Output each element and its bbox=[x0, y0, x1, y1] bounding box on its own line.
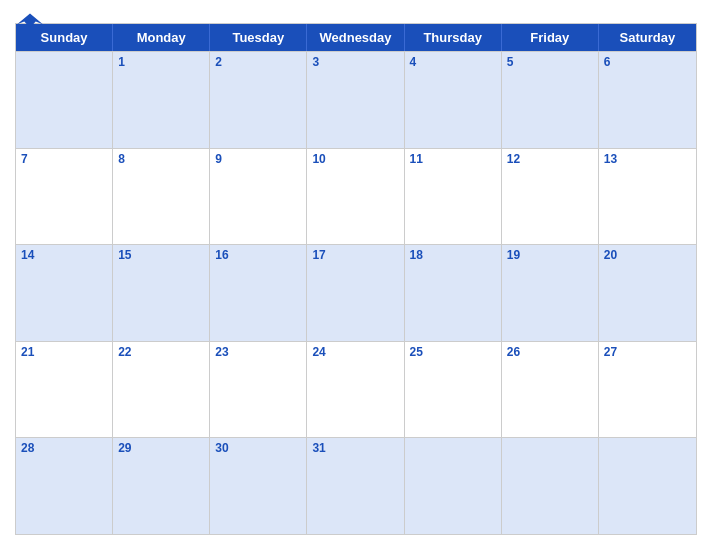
date-number: 10 bbox=[312, 152, 398, 166]
date-number: 24 bbox=[312, 345, 398, 359]
day-cell: 20 bbox=[599, 245, 696, 341]
day-cell bbox=[502, 438, 599, 534]
date-number: 15 bbox=[118, 248, 204, 262]
day-header-monday: Monday bbox=[113, 24, 210, 51]
day-cell: 27 bbox=[599, 342, 696, 438]
date-number: 5 bbox=[507, 55, 593, 69]
svg-marker-0 bbox=[17, 14, 43, 28]
day-cell: 12 bbox=[502, 149, 599, 245]
day-cell: 15 bbox=[113, 245, 210, 341]
calendar: SundayMondayTuesdayWednesdayThursdayFrid… bbox=[15, 23, 697, 535]
date-number: 18 bbox=[410, 248, 496, 262]
date-number: 7 bbox=[21, 152, 107, 166]
date-number: 25 bbox=[410, 345, 496, 359]
week-row: 14151617181920 bbox=[16, 244, 696, 341]
day-header-thursday: Thursday bbox=[405, 24, 502, 51]
page-header bbox=[15, 10, 697, 23]
date-number: 13 bbox=[604, 152, 691, 166]
day-cell: 7 bbox=[16, 149, 113, 245]
day-cell: 5 bbox=[502, 52, 599, 148]
week-row: 28293031 bbox=[16, 437, 696, 534]
day-cell: 24 bbox=[307, 342, 404, 438]
date-number: 19 bbox=[507, 248, 593, 262]
date-number: 8 bbox=[118, 152, 204, 166]
day-cell: 19 bbox=[502, 245, 599, 341]
day-cell: 31 bbox=[307, 438, 404, 534]
date-number: 22 bbox=[118, 345, 204, 359]
date-number: 30 bbox=[215, 441, 301, 455]
day-cell: 17 bbox=[307, 245, 404, 341]
logo-bird-icon bbox=[15, 10, 45, 30]
day-header-wednesday: Wednesday bbox=[307, 24, 404, 51]
day-header-saturday: Saturday bbox=[599, 24, 696, 51]
day-cell: 21 bbox=[16, 342, 113, 438]
day-cell bbox=[599, 438, 696, 534]
date-number: 1 bbox=[118, 55, 204, 69]
day-cell: 1 bbox=[113, 52, 210, 148]
date-number: 2 bbox=[215, 55, 301, 69]
day-cell: 25 bbox=[405, 342, 502, 438]
week-row: 123456 bbox=[16, 51, 696, 148]
day-cell: 8 bbox=[113, 149, 210, 245]
day-cell: 3 bbox=[307, 52, 404, 148]
day-cell: 28 bbox=[16, 438, 113, 534]
week-row: 21222324252627 bbox=[16, 341, 696, 438]
day-cell: 6 bbox=[599, 52, 696, 148]
date-number: 26 bbox=[507, 345, 593, 359]
day-cell: 2 bbox=[210, 52, 307, 148]
week-row: 78910111213 bbox=[16, 148, 696, 245]
weeks-container: 1234567891011121314151617181920212223242… bbox=[16, 51, 696, 534]
date-number: 21 bbox=[21, 345, 107, 359]
date-number: 6 bbox=[604, 55, 691, 69]
day-cell bbox=[16, 52, 113, 148]
date-number: 23 bbox=[215, 345, 301, 359]
date-number: 29 bbox=[118, 441, 204, 455]
date-number: 3 bbox=[312, 55, 398, 69]
date-number: 4 bbox=[410, 55, 496, 69]
date-number: 31 bbox=[312, 441, 398, 455]
days-header: SundayMondayTuesdayWednesdayThursdayFrid… bbox=[16, 24, 696, 51]
day-cell bbox=[405, 438, 502, 534]
day-cell: 23 bbox=[210, 342, 307, 438]
day-cell: 9 bbox=[210, 149, 307, 245]
date-number: 11 bbox=[410, 152, 496, 166]
day-cell: 29 bbox=[113, 438, 210, 534]
date-number: 20 bbox=[604, 248, 691, 262]
date-number: 28 bbox=[21, 441, 107, 455]
date-number: 27 bbox=[604, 345, 691, 359]
day-cell: 4 bbox=[405, 52, 502, 148]
day-cell: 10 bbox=[307, 149, 404, 245]
day-cell: 18 bbox=[405, 245, 502, 341]
day-cell: 14 bbox=[16, 245, 113, 341]
day-cell: 22 bbox=[113, 342, 210, 438]
date-number: 14 bbox=[21, 248, 107, 262]
day-cell: 30 bbox=[210, 438, 307, 534]
day-header-friday: Friday bbox=[502, 24, 599, 51]
day-cell: 26 bbox=[502, 342, 599, 438]
logo bbox=[15, 10, 45, 30]
date-number: 9 bbox=[215, 152, 301, 166]
date-number: 16 bbox=[215, 248, 301, 262]
day-cell: 16 bbox=[210, 245, 307, 341]
day-cell: 13 bbox=[599, 149, 696, 245]
day-cell: 11 bbox=[405, 149, 502, 245]
day-header-tuesday: Tuesday bbox=[210, 24, 307, 51]
date-number: 12 bbox=[507, 152, 593, 166]
date-number: 17 bbox=[312, 248, 398, 262]
